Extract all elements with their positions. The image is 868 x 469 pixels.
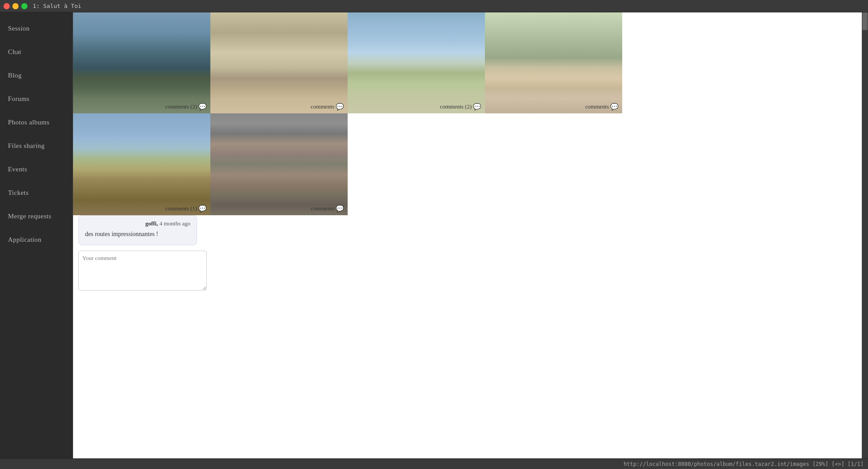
photo-beach-comments[interactable]: comments (2) 💬: [440, 103, 481, 111]
statusbar: http://localhost:8080/photos/album/files…: [0, 458, 868, 469]
photo-mountain-comments[interactable]: comments (2) 💬: [165, 103, 207, 111]
sidebar-item-blog[interactable]: Blog: [0, 64, 73, 87]
comment-bubble-icon: 💬: [336, 103, 344, 111]
comment-bubble-icon: 💬: [336, 205, 344, 213]
photo-road-comments[interactable]: comments (1) 💬: [165, 205, 207, 213]
sidebar-item-files-sharing[interactable]: Files sharing: [0, 134, 73, 158]
statusbar-text: http://localhost:8080/photos/album/files…: [624, 461, 864, 467]
comment-input[interactable]: [78, 251, 207, 291]
comment-bubble-icon: 💬: [198, 205, 207, 213]
sidebar-item-forums[interactable]: Forums: [0, 87, 73, 111]
comment-header: goffi, 4 months ago: [85, 220, 190, 227]
sidebar-item-session[interactable]: Session: [0, 17, 73, 40]
photo-caution-comments[interactable]: comments 💬: [585, 103, 619, 111]
comment-bubble-icon: 💬: [473, 103, 481, 111]
comment-box: goffi, 4 months ago des routes impressio…: [78, 215, 197, 245]
photo-row-2: comments (1) 💬 comments 💬: [73, 113, 862, 215]
window-title: 1: Salut à Toi: [33, 3, 81, 9]
main-content: comments (2) 💬 comments 💬 comments (2) 💬: [73, 12, 862, 458]
titlebar: 1: Salut à Toi: [0, 0, 868, 12]
close-button[interactable]: [4, 3, 10, 9]
photo-mountain[interactable]: comments (2) 💬: [73, 12, 210, 113]
comment-body: des routes impressionnantes !: [85, 231, 190, 238]
sidebar-item-events[interactable]: Events: [0, 158, 73, 181]
comment-section: goffi, 4 months ago des routes impressio…: [73, 215, 862, 297]
sidebar-item-photos-albums[interactable]: Photos albums: [0, 111, 73, 134]
comment-bubble-icon: 💬: [198, 103, 207, 111]
sidebar: SessionChatBlogForumsPhotos albumsFiles …: [0, 12, 73, 458]
photo-kangaroo-comments[interactable]: comments 💬: [311, 103, 344, 111]
photo-grid: comments (2) 💬 comments 💬 comments (2) 💬: [73, 12, 862, 215]
photo-kangaroo[interactable]: comments 💬: [210, 12, 348, 113]
sidebar-item-merge-requests[interactable]: Merge requests: [0, 205, 73, 228]
maximize-button[interactable]: [21, 3, 27, 9]
photo-street[interactable]: comments 💬: [210, 113, 348, 215]
photo-row-1: comments (2) 💬 comments 💬 comments (2) 💬: [73, 12, 862, 113]
sidebar-item-tickets[interactable]: Tickets: [0, 181, 73, 205]
scrollbar[interactable]: [862, 12, 868, 458]
sidebar-item-application[interactable]: Application: [0, 228, 73, 252]
photo-street-comments[interactable]: comments 💬: [311, 205, 344, 213]
sidebar-item-chat[interactable]: Chat: [0, 40, 73, 64]
photo-road[interactable]: comments (1) 💬: [73, 113, 210, 215]
photo-caution[interactable]: comments 💬: [485, 12, 622, 113]
minimize-button[interactable]: [12, 3, 19, 9]
comment-bubble-icon: 💬: [610, 103, 619, 111]
scrollbar-thumb[interactable]: [862, 12, 868, 30]
photo-beach[interactable]: comments (2) 💬: [348, 12, 485, 113]
